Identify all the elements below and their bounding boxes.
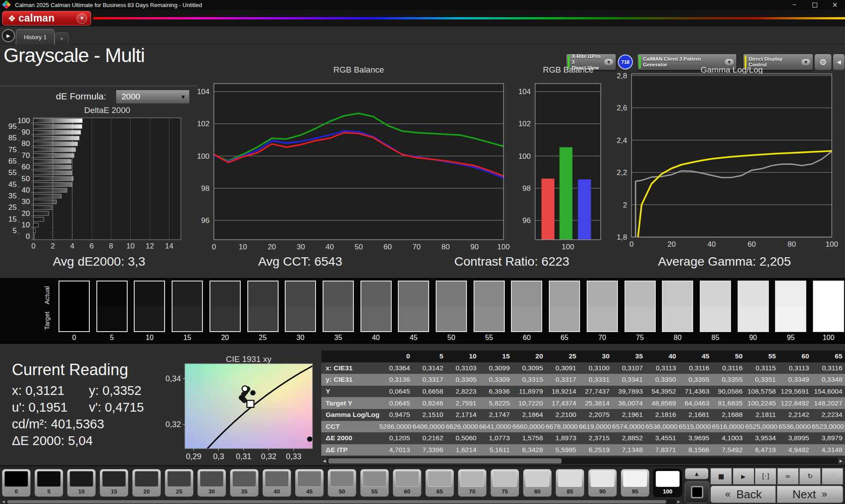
play-button[interactable]: ▶ [733, 468, 754, 485]
patch-list-up-button[interactable]: ▲ [685, 468, 709, 479]
svg-text:96: 96 [201, 216, 209, 225]
table-cell: 2,1681 [679, 411, 712, 419]
patch-label: 25 [165, 488, 193, 495]
single-pattern-button[interactable]: [·] [755, 468, 776, 485]
table-row-label: ΔE ITP [321, 446, 379, 454]
patch-button-100[interactable]: 100 [653, 469, 682, 497]
svg-text:2: 2 [623, 201, 627, 209]
collapse-panel-button[interactable]: ◀ [833, 54, 845, 70]
back-button[interactable]: « Back [710, 486, 776, 503]
continuous-button[interactable]: ∞ [777, 468, 799, 485]
svg-text:0,33: 0,33 [286, 452, 301, 461]
patch-button-70[interactable]: 70 [458, 469, 487, 497]
swatch-label-100: 100 [813, 334, 844, 342]
reading-x: x: 0,3121 [12, 383, 64, 398]
window-title: Calman 2025 Calman Ultimate for Business… [15, 2, 202, 8]
table-cell: 0,3116 [812, 364, 845, 372]
scroll-left-icon[interactable]: ◀ [1, 500, 6, 504]
patch-button-0[interactable]: 0 [2, 469, 31, 497]
back-label: Back [736, 488, 762, 501]
minimize-button[interactable]: ─ [784, 0, 805, 10]
patch-button-35[interactable]: 35 [230, 469, 259, 497]
table-cell: 4,7013 [379, 446, 413, 454]
next-button[interactable]: Next » [777, 486, 843, 503]
patch-button-50[interactable]: 50 [327, 469, 356, 497]
swatch-label-10: 10 [134, 334, 165, 342]
table-cell: 6,3936 [479, 387, 513, 395]
stop-button[interactable]: ■ [710, 468, 732, 485]
table-cell: 0,3091 [546, 364, 579, 372]
target-row-label: Target [43, 307, 51, 334]
scroll-right-icon[interactable]: ▶ [838, 457, 844, 464]
patch-button-10[interactable]: 10 [67, 469, 96, 497]
pattern-window-button[interactable] [685, 481, 709, 503]
swatch-45 [398, 281, 429, 332]
patch-button-65[interactable]: 65 [425, 469, 454, 497]
patch-button-15[interactable]: 15 [99, 469, 129, 497]
table-cell: 90,0586 [712, 387, 746, 395]
calman-dropdown-arrow-icon[interactable]: ▼ [77, 13, 87, 24]
table-cell: 6678,0000 [546, 423, 579, 431]
table-row-label: Y [321, 387, 379, 395]
table-cell: 0,3351 [745, 376, 779, 383]
patch-button-95[interactable]: 95 [621, 469, 650, 497]
swatch-label-40: 40 [360, 334, 392, 342]
tab-history-1[interactable]: History 1 [16, 29, 55, 44]
refresh-button[interactable]: ↻ [799, 468, 821, 485]
patch-button-80[interactable]: 80 [523, 469, 552, 497]
table-cell: 39,7893 [612, 387, 646, 395]
svg-text:40: 40 [22, 186, 30, 194]
patch-label: 55 [360, 488, 389, 495]
patch-button-40[interactable]: 40 [262, 469, 291, 497]
meter-count-badge[interactable]: 718 [618, 55, 633, 69]
close-button[interactable]: × [825, 0, 845, 10]
swatch-label-55: 55 [474, 334, 505, 342]
patch-button-5[interactable]: 5 [34, 469, 63, 497]
record-button[interactable]: ● [822, 468, 843, 485]
patch-button-20[interactable]: 20 [132, 469, 161, 497]
table-row-label: y: CIE31 [321, 376, 379, 383]
table-cell: 0,3113 [779, 364, 812, 372]
svg-text:100: 100 [518, 152, 531, 161]
sidebar-expand-button[interactable]: ▶ [2, 29, 15, 42]
swatch-70 [587, 281, 618, 332]
patch-button-60[interactable]: 60 [393, 469, 422, 497]
patch-scrollbar[interactable]: ◀ ▶ [1, 500, 681, 504]
chevron-down-icon: ▼ [181, 95, 185, 99]
patch-button-85[interactable]: 85 [555, 469, 584, 497]
svg-text:102: 102 [197, 120, 209, 128]
add-tab-button[interactable]: + [55, 33, 69, 44]
chevron-down-icon[interactable]: ▼ [801, 59, 810, 65]
swatch-label-15: 15 [172, 334, 203, 342]
swatch-label-25: 25 [247, 334, 279, 342]
patch-label: 80 [523, 488, 551, 495]
chevron-down-icon[interactable]: ▼ [604, 59, 613, 65]
patch-button-30[interactable]: 30 [197, 469, 226, 497]
patch-button-25[interactable]: 25 [165, 469, 194, 497]
svg-text:100: 100 [197, 152, 209, 161]
table-col-header-30: 30 [579, 352, 612, 360]
calman-menu-button[interactable]: ❖ calman ▼ [2, 11, 91, 26]
table-cell: 5,8225 [479, 399, 513, 407]
scroll-right-icon[interactable]: ▶ [676, 500, 681, 504]
swatch-label-60: 60 [511, 334, 542, 342]
patch-button-45[interactable]: 45 [295, 469, 324, 497]
patch-scrollbar-thumb[interactable] [7, 500, 666, 504]
patch-button-75[interactable]: 75 [490, 469, 519, 497]
table-scrollbar[interactable]: ◀ ▶ [321, 457, 844, 464]
maximize-button[interactable] [805, 0, 825, 10]
chevron-down-icon[interactable]: ▼ [725, 59, 734, 65]
scroll-left-icon[interactable]: ◀ [321, 457, 327, 464]
patch-button-55[interactable]: 55 [360, 469, 389, 497]
svg-text:10: 10 [22, 221, 30, 229]
svg-text:30: 30 [297, 243, 305, 251]
table-cell: 0,3113 [646, 364, 679, 372]
table-cell: 8,1566 [679, 446, 712, 454]
table-col-header-20: 20 [512, 352, 546, 360]
table-scrollbar-thumb[interactable] [328, 458, 562, 464]
patch-button-90[interactable]: 90 [588, 469, 617, 497]
swatch-0 [59, 281, 90, 332]
svg-text:60: 60 [22, 163, 30, 171]
de-formula-dropdown[interactable]: 2000 ▼ [116, 90, 190, 104]
table-col-header-0: 0 [379, 352, 413, 360]
